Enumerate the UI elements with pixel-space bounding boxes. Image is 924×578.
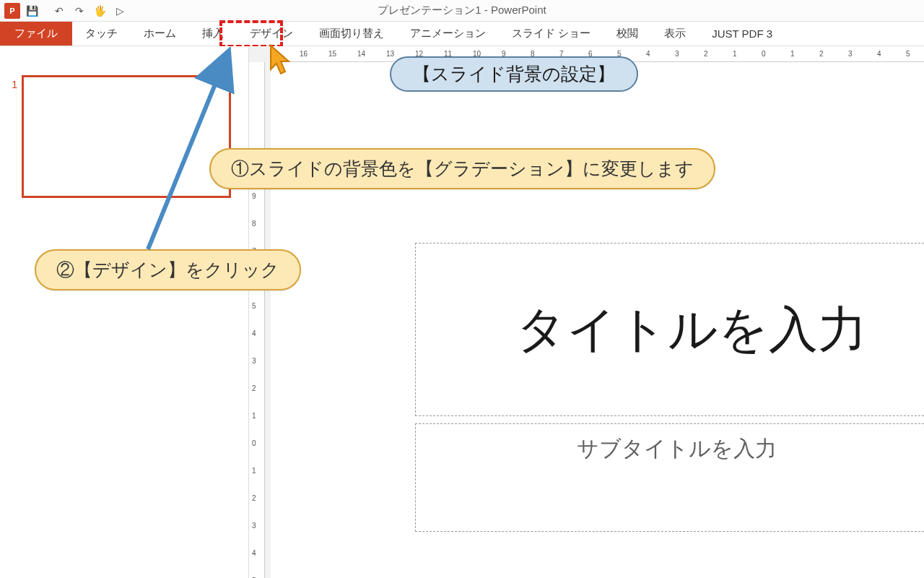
tab-justpdf[interactable]: JUST PDF 3: [699, 22, 785, 46]
tab-home[interactable]: ホーム: [131, 22, 189, 46]
tab-review[interactable]: 校閲: [603, 22, 651, 46]
tab-insert[interactable]: 挿入: [189, 22, 237, 46]
subtitle-placeholder[interactable]: サブタイトルを入力: [415, 423, 924, 532]
ruler-tick: 4: [877, 50, 881, 58]
start-slideshow-button[interactable]: ▷: [111, 2, 128, 20]
slide-content: タイトルを入力 サブタイトルを入力: [415, 243, 924, 578]
window-title: プレゼンテーション1 - PowerPoint: [378, 4, 546, 17]
vertical-ruler: 9876543210123456789: [249, 62, 265, 578]
ruler-tick: 1: [790, 50, 795, 58]
ruler-tick: 3: [848, 50, 853, 58]
slide-thumbnail-1[interactable]: [22, 75, 231, 198]
annotation-header: 【スライド背景の設定】: [390, 56, 638, 92]
ruler-tick: 1: [252, 412, 256, 420]
annotation-step1: ①スライドの背景色を【グラデーション】に変更します: [209, 148, 715, 189]
ruler-tick: 1: [252, 467, 256, 475]
tab-design[interactable]: デザイン: [237, 22, 306, 46]
editor-area: 161514131211109876543210123456 987654321…: [249, 46, 924, 578]
ruler-tick: 0: [252, 439, 256, 447]
ruler-tick: 9: [252, 192, 256, 200]
quick-access-toolbar: P 💾 ↶ ↷ 🖐 ▷: [0, 2, 128, 20]
ruler-tick: 3: [252, 357, 256, 365]
annotation-step2: ②【デザイン】をクリック: [35, 249, 301, 290]
slide-canvas[interactable]: タイトルを入力 サブタイトルを入力: [271, 62, 924, 578]
ruler-tick: 3: [675, 50, 679, 58]
title-bar: P 💾 ↶ ↷ 🖐 ▷ プレゼンテーション1 - PowerPoint: [0, 0, 924, 22]
ruler-tick: 2: [252, 384, 256, 392]
ruler-tick: 4: [252, 329, 256, 337]
save-button[interactable]: 💾: [23, 2, 40, 20]
tab-file[interactable]: ファイル: [0, 22, 72, 46]
app-icon: P: [4, 3, 20, 19]
ruler-tick: 2: [819, 50, 824, 58]
ruler-tick: 4: [252, 549, 256, 557]
ruler-tick: 0: [762, 50, 766, 58]
ruler-tick: 3: [252, 522, 256, 530]
redo-button[interactable]: ↷: [71, 2, 88, 20]
tab-view[interactable]: 表示: [651, 22, 699, 46]
ruler-tick: 4: [646, 50, 650, 58]
ruler-tick: 5: [906, 50, 910, 58]
ruler-tick: 2: [704, 50, 708, 58]
tab-touch[interactable]: タッチ: [72, 22, 131, 46]
ruler-tick: 15: [328, 50, 336, 58]
touch-mode-button[interactable]: 🖐: [91, 2, 108, 20]
title-placeholder[interactable]: タイトルを入力: [415, 243, 924, 416]
tab-transitions[interactable]: 画面切り替え: [306, 22, 397, 46]
slide-number: 1: [12, 78, 17, 90]
slide-thumbnail-panel[interactable]: 1: [0, 46, 249, 578]
tab-slideshow[interactable]: スライド ショー: [499, 22, 603, 46]
workspace: 1 161514131211109876543210123456 9876543…: [0, 46, 924, 578]
ruler-tick: 14: [357, 50, 365, 58]
ruler-tick: 5: [252, 302, 256, 310]
tab-animations[interactable]: アニメーション: [397, 22, 499, 46]
ruler-tick: 1: [733, 50, 737, 58]
undo-button[interactable]: ↶: [51, 2, 68, 20]
ruler-tick: 16: [300, 50, 308, 58]
ruler-tick: 2: [252, 494, 256, 502]
ruler-tick: 8: [252, 220, 256, 228]
ruler-tick: 13: [386, 50, 394, 58]
ribbon-tabs: ファイル タッチ ホーム 挿入 デザイン 画面切り替え アニメーション スライド…: [0, 22, 924, 46]
